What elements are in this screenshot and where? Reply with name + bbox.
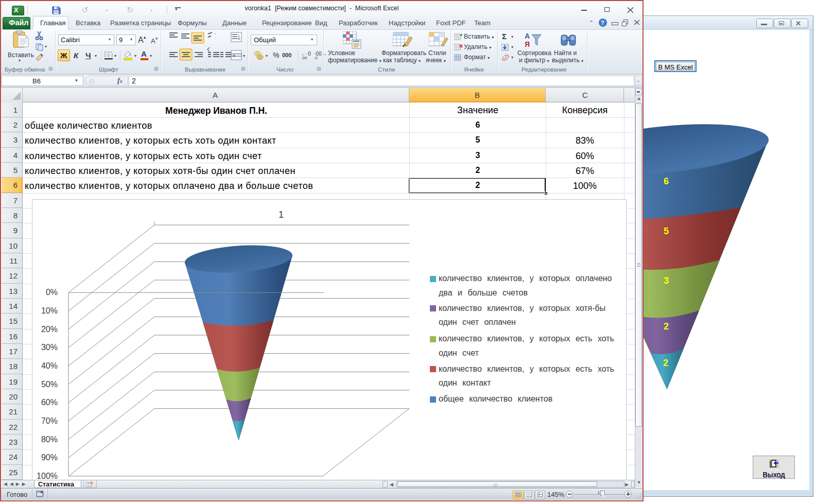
svg-text:a: a [233, 53, 235, 58]
svg-text:Я: Я [525, 40, 530, 48]
svg-text:А: А [525, 32, 530, 40]
svg-text:2: 2 [663, 358, 668, 368]
svg-text:6: 6 [664, 176, 669, 186]
svg-text:3: 3 [664, 275, 669, 286]
svg-text:5: 5 [664, 226, 669, 236]
svg-text:2: 2 [664, 321, 669, 332]
